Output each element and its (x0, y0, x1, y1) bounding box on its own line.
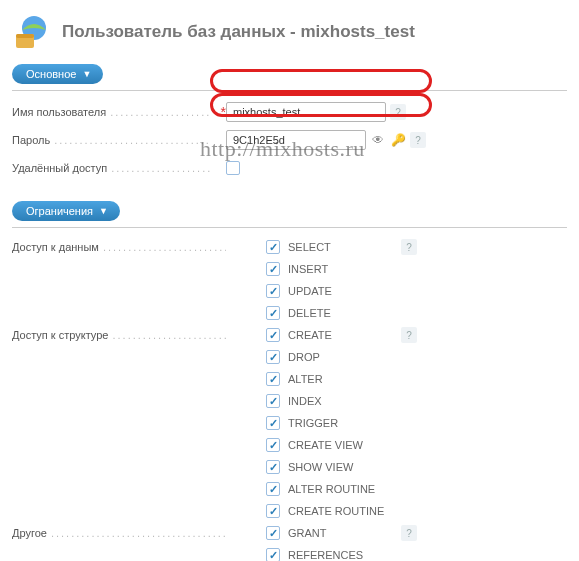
section-tab-main-label: Основное (26, 68, 76, 80)
priv-checkbox[interactable] (266, 504, 280, 518)
priv-group-label: Доступ к данным (12, 241, 226, 253)
priv-group-label: Доступ к структуре (12, 329, 226, 341)
divider (12, 90, 567, 91)
priv-row: Доступ к структуреCREATE? (12, 324, 567, 346)
priv-checkbox[interactable] (266, 548, 280, 561)
label-password: Пароль (12, 134, 212, 146)
priv-row: ALTER ROUTINE (12, 478, 567, 500)
password-input[interactable] (226, 130, 366, 150)
priv-checkbox[interactable] (266, 460, 280, 474)
priv-checkbox[interactable] (266, 416, 280, 430)
chevron-down-icon: ▼ (82, 69, 91, 79)
priv-row: ДругоеGRANT? (12, 522, 567, 544)
help-icon[interactable]: ? (401, 239, 417, 255)
required-marker: * (212, 105, 226, 119)
priv-row: Доступ к даннымSELECT? (12, 236, 567, 258)
help-icon[interactable]: ? (410, 132, 426, 148)
priv-name: CREATE (288, 329, 332, 341)
priv-name: CREATE ROUTINE (288, 505, 384, 517)
priv-row: ALTER (12, 368, 567, 390)
section-tab-perms-label: Ограничения (26, 205, 93, 217)
help-icon[interactable]: ? (401, 327, 417, 343)
help-icon[interactable]: ? (401, 525, 417, 541)
priv-checkbox[interactable] (266, 328, 280, 342)
priv-row: INSERT (12, 258, 567, 280)
priv-name: DROP (288, 351, 320, 363)
priv-checkbox[interactable] (266, 526, 280, 540)
label-username: Имя пользователя (12, 106, 212, 118)
remote-access-checkbox[interactable] (226, 161, 240, 175)
page-title: Пользователь баз данных - mixhosts_test (62, 22, 415, 42)
priv-row: TRIGGER (12, 412, 567, 434)
priv-name: UPDATE (288, 285, 332, 297)
section-tab-main[interactable]: Основное ▼ (12, 64, 103, 84)
help-icon[interactable]: ? (390, 104, 406, 120)
priv-checkbox[interactable] (266, 306, 280, 320)
priv-name: INDEX (288, 395, 322, 407)
priv-name: TRIGGER (288, 417, 338, 429)
page-header: Пользователь баз данных - mixhosts_test (12, 12, 567, 52)
priv-row: CREATE VIEW (12, 434, 567, 456)
priv-name: ALTER (288, 373, 323, 385)
priv-row: SHOW VIEW (12, 456, 567, 478)
username-input[interactable] (226, 102, 386, 122)
priv-checkbox[interactable] (266, 284, 280, 298)
row-password: Пароль 👁 🔑 ? (12, 127, 567, 153)
priv-row: INDEX (12, 390, 567, 412)
priv-name: REFERENCES (288, 549, 363, 561)
priv-name: CREATE VIEW (288, 439, 363, 451)
priv-name: GRANT (288, 527, 327, 539)
divider (12, 227, 567, 228)
key-icon[interactable]: 🔑 (390, 132, 406, 148)
priv-name: ALTER ROUTINE (288, 483, 375, 495)
db-user-icon (12, 12, 52, 52)
svg-rect-2 (16, 34, 34, 38)
priv-row: DROP (12, 346, 567, 368)
priv-row: REFERENCES (12, 544, 567, 561)
section-tab-perms[interactable]: Ограничения ▼ (12, 201, 120, 221)
priv-group-label: Другое (12, 527, 226, 539)
priv-row: CREATE ROUTINE (12, 500, 567, 522)
priv-checkbox[interactable] (266, 482, 280, 496)
label-remote: Удалённый доступ (12, 162, 212, 174)
row-remote: Удалённый доступ (12, 155, 567, 181)
priv-checkbox[interactable] (266, 438, 280, 452)
priv-name: SELECT (288, 241, 331, 253)
row-username: Имя пользователя * ? (12, 99, 567, 125)
priv-checkbox[interactable] (266, 394, 280, 408)
priv-row: DELETE (12, 302, 567, 324)
eye-icon[interactable]: 👁 (370, 132, 386, 148)
priv-name: INSERT (288, 263, 328, 275)
chevron-down-icon: ▼ (99, 206, 108, 216)
priv-checkbox[interactable] (266, 240, 280, 254)
priv-name: SHOW VIEW (288, 461, 353, 473)
priv-checkbox[interactable] (266, 262, 280, 276)
priv-name: DELETE (288, 307, 331, 319)
priv-checkbox[interactable] (266, 372, 280, 386)
priv-checkbox[interactable] (266, 350, 280, 364)
priv-row: UPDATE (12, 280, 567, 302)
